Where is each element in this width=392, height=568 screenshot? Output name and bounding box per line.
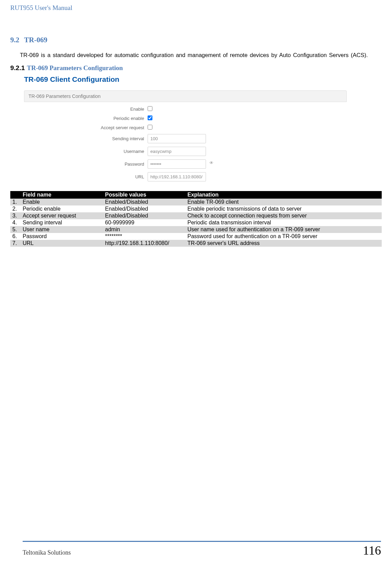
cell-possible: Enabled/Disabled [103,205,185,212]
cell-explanation: TR-069 server's URL address [185,240,382,247]
cell-possible: admin [103,226,185,233]
cell-possible: http://192.168.1.110:8080/ [103,240,185,247]
row-url: URL [24,172,354,181]
cell-explanation: User name used for authentication on a T… [185,226,382,233]
cell-index: 6. [10,233,21,240]
section-body: TR-069 is a standard developed for autom… [10,51,382,59]
th-possible: Possible values [103,191,185,199]
table-row: 1.EnableEnabled/DisabledEnable TR-069 cl… [10,199,382,205]
table-row: 5.User nameadminUser name used for authe… [10,226,382,233]
cell-fieldname: Periodic enable [21,205,103,212]
cell-fieldname: User name [21,226,103,233]
cell-fieldname: Accept server request [21,212,103,219]
cell-fieldname: URL [21,240,103,247]
parameters-table: Field name Possible values Explanation 1… [10,191,382,247]
cell-explanation: Password used for authentication on a TR… [185,233,382,240]
cell-index: 4. [10,219,21,226]
checkbox-enable[interactable] [148,106,152,111]
table-row: 2.Periodic enableEnabled/DisabledEnable … [10,205,382,212]
subsection-heading: 9.2.1TR-069 Parameters Configuration [10,64,382,72]
label-periodic: Periodic enable [24,116,148,121]
table-header-row: Field name Possible values Explanation [10,191,382,199]
cell-fieldname: Password [21,233,103,240]
footer-company: Teltonika Solutions [11,549,71,556]
subsection-number: 9.2.1 [10,64,25,72]
cell-index: 1. [10,199,21,205]
form-panel-header: TR-069 Parameters Configuration [24,90,347,102]
section-number: 9.2 [10,36,19,44]
row-periodic: Periodic enable [24,115,354,121]
page-footer: Teltonika Solutions 116 [0,541,392,558]
th-blank [10,191,21,199]
section-heading: 9.2TR-069 [10,36,382,44]
th-fieldname: Field name [21,191,103,199]
eye-icon[interactable]: 👁 [209,160,214,165]
cell-index: 3. [10,212,21,219]
row-username: Username [24,147,354,156]
table-row: 4.Sending interval60-9999999Periodic dat… [10,219,382,226]
doc-header: RUT955 User's Manual [10,4,382,12]
section-title: TR-069 [24,36,47,44]
row-accept: Accept server request [24,125,354,131]
label-interval: Sending interval [24,136,148,141]
input-username[interactable] [148,147,206,156]
label-enable: Enable [24,107,148,112]
label-accept: Accept server request [24,125,148,130]
cell-possible: 60-9999999 [103,219,185,226]
input-interval[interactable] [148,134,206,143]
label-url: URL [24,174,148,179]
cell-fieldname: Sending interval [21,219,103,226]
checkbox-periodic[interactable] [148,115,152,120]
cell-index: 5. [10,226,21,233]
row-password: Password 👁 [24,159,354,169]
checkbox-accept[interactable] [148,125,152,130]
row-enable: Enable [24,106,354,112]
table-row: 7.URLhttp://192.168.1.110:8080/TR-069 se… [10,240,382,247]
cell-index: 7. [10,240,21,247]
subsection-title: TR-069 Parameters Configuration [27,64,123,71]
config-form-screenshot: TR-069 Client Configuration TR-069 Param… [24,75,354,181]
table-row: 3.Accept server requestEnabled/DisabledC… [10,212,382,219]
row-interval: Sending interval [24,134,354,143]
table-row: 6.Password********Password used for auth… [10,233,382,240]
cell-possible: Enabled/Disabled [103,199,185,205]
cell-fieldname: Enable [21,199,103,205]
cell-possible: ******** [103,233,185,240]
cell-possible: Enabled/Disabled [103,212,185,219]
cell-explanation: Check to accept connection requests from… [185,212,382,219]
footer-rule [23,541,381,542]
label-password: Password [24,162,148,167]
cell-explanation: Periodic data transmission interval [185,219,382,226]
label-username: Username [24,149,148,154]
cell-explanation: Enable TR-069 client [185,199,382,205]
th-explanation: Explanation [185,191,382,199]
form-title: TR-069 Client Configuration [24,75,354,83]
input-password[interactable] [148,159,206,169]
cell-explanation: Enable periodic transmissions of data to… [185,205,382,212]
page-number: 116 [363,543,381,558]
input-url[interactable] [148,172,206,181]
cell-index: 2. [10,205,21,212]
